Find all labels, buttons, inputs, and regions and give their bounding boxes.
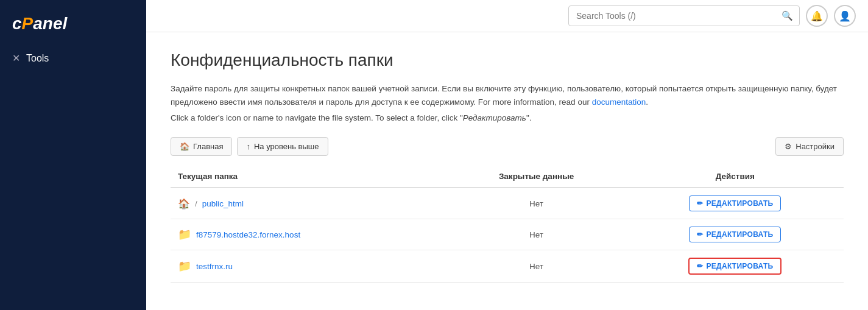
folder-link[interactable]: f87579.hostde32.fornex.host <box>196 230 300 239</box>
gear-icon: ⚙ <box>785 142 792 151</box>
folder-dir-icon: 📁 <box>178 228 191 241</box>
folder-link[interactable]: testfrnx.ru <box>196 262 233 271</box>
page-content: Конфиденциальность папки Задайте пароль … <box>146 32 868 310</box>
search-button[interactable]: 🔍 <box>775 6 799 26</box>
cpanel-logo[interactable]: cPanel <box>0 0 146 45</box>
description-text: Задайте пароль для защиты конкретных пап… <box>171 82 841 108</box>
documentation-link[interactable]: documentation <box>592 97 646 107</box>
sidebar-item-tools[interactable]: ✕ Tools <box>0 45 146 71</box>
folder-name-cell: 📁testfrnx.ru <box>178 259 439 273</box>
bell-icon: 🔔 <box>811 10 823 22</box>
up-icon: ↑ <box>246 142 250 151</box>
private-status: Нет <box>446 219 627 250</box>
table-row: 📁testfrnx.ruНет✏ РЕДАКТИРОВАТЬ <box>171 250 844 283</box>
edit-button[interactable]: ✏ РЕДАКТИРОВАТЬ <box>689 227 781 242</box>
user-button[interactable]: 👤 <box>834 5 856 27</box>
pencil-icon: ✏ <box>697 262 703 270</box>
edit-button-label: РЕДАКТИРОВАТЬ <box>706 230 773 239</box>
search-icon: 🔍 <box>782 10 793 21</box>
search-wrapper: 🔍 <box>568 5 800 26</box>
sub-desc-em: Редактировать <box>463 113 526 122</box>
home-button-label: Главная <box>193 142 223 151</box>
pencil-icon: ✏ <box>697 230 703 239</box>
path-separator: / <box>195 199 197 208</box>
actions-cell: ✏ РЕДАКТИРОВАТЬ <box>627 219 844 250</box>
sub-description-text: Click a folder's icon or name to navigat… <box>171 113 844 122</box>
up-button-label: На уровень выше <box>254 142 319 151</box>
description-main: Задайте пароль для защиты конкретных пап… <box>171 84 837 107</box>
edit-button-label: РЕДАКТИРОВАТЬ <box>706 262 773 270</box>
sub-desc-start: Click a folder's icon or name to navigat… <box>171 113 463 122</box>
col-private: Закрытые данные <box>446 166 627 188</box>
sidebar: cPanel ✕ Tools <box>0 0 146 310</box>
edit-button[interactable]: ✏ РЕДАКТИРОВАТЬ <box>688 258 782 275</box>
user-icon: 👤 <box>839 10 851 22</box>
svg-text:cPanel: cPanel <box>12 14 68 33</box>
private-status: Нет <box>446 250 627 283</box>
notifications-button[interactable]: 🔔 <box>806 5 828 27</box>
table-header-row: Текущая папка Закрытые данные Действия <box>171 166 844 188</box>
sub-desc-end: ". <box>526 113 532 122</box>
folder-toolbar: 🏠 Главная ↑ На уровень выше ⚙ Настройки <box>171 137 844 156</box>
home-button[interactable]: 🏠 Главная <box>171 137 232 156</box>
pencil-icon: ✏ <box>697 199 703 208</box>
search-input[interactable] <box>569 7 775 25</box>
sidebar-tools-label: Tools <box>26 53 49 64</box>
edit-button[interactable]: ✏ РЕДАКТИРОВАТЬ <box>689 196 781 211</box>
folder-name-cell: 📁f87579.hostde32.fornex.host <box>178 228 439 241</box>
table-row: 🏠 / public_htmlНет✏ РЕДАКТИРОВАТЬ <box>171 188 844 219</box>
folder-dir-icon: 📁 <box>178 259 191 273</box>
col-folder: Текущая папка <box>171 166 446 188</box>
up-level-button[interactable]: ↑ На уровень выше <box>237 137 328 156</box>
actions-cell: ✏ РЕДАКТИРОВАТЬ <box>627 250 844 283</box>
actions-cell: ✏ РЕДАКТИРОВАТЬ <box>627 188 844 219</box>
folder-link[interactable]: public_html <box>202 199 244 208</box>
settings-button-label: Настройки <box>796 142 834 151</box>
edit-button-label: РЕДАКТИРОВАТЬ <box>706 199 773 208</box>
folder-table: Текущая папка Закрытые данные Действия 🏠… <box>171 166 844 283</box>
settings-button[interactable]: ⚙ Настройки <box>775 137 844 156</box>
folder-name-cell: 🏠 / public_html <box>178 198 439 210</box>
main-area: 🔍 🔔 👤 Конфиденциальность папки Задайте п… <box>146 0 868 310</box>
col-actions: Действия <box>627 166 844 188</box>
x-icon: ✕ <box>12 52 20 64</box>
table-row: 📁f87579.hostde32.fornex.hostНет✏ РЕДАКТИ… <box>171 219 844 250</box>
home-folder-icon: 🏠 <box>178 198 190 210</box>
topbar: 🔍 🔔 👤 <box>146 0 868 32</box>
toolbar-left: 🏠 Главная ↑ На уровень выше <box>171 137 328 156</box>
page-title: Конфиденциальность папки <box>171 51 844 70</box>
home-icon: 🏠 <box>180 142 189 151</box>
private-status: Нет <box>446 188 627 219</box>
